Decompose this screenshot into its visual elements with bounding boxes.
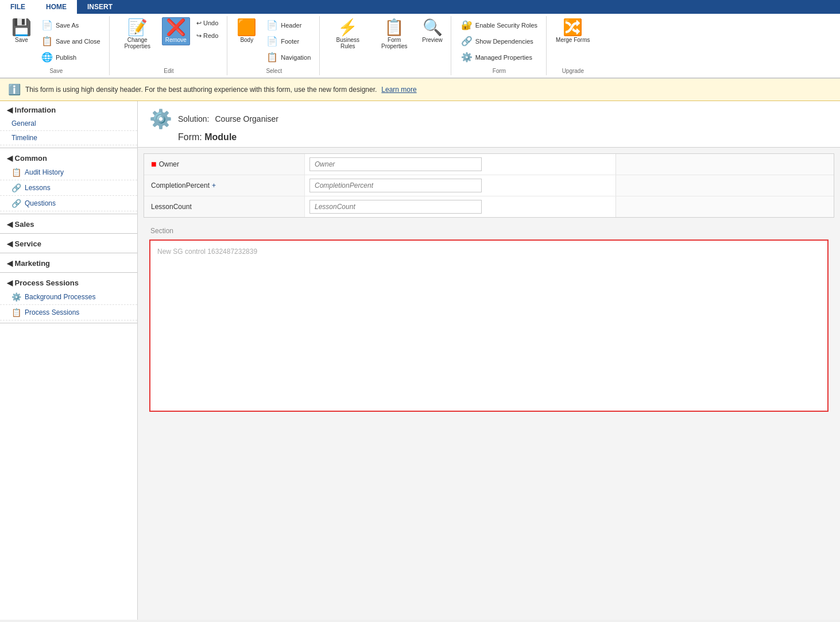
table-row: CompletionPercent + xyxy=(144,175,834,196)
completion-required-plus: + xyxy=(212,181,216,190)
sidebar: ◀ Information General Timeline ◀ Common … xyxy=(0,101,138,620)
managed-properties-button[interactable]: ⚙️ Managed Properties xyxy=(457,49,541,65)
form-properties-button[interactable]: 📋 Form Properties xyxy=(372,17,416,52)
form-properties-label: Form Properties xyxy=(376,37,413,49)
publish-button[interactable]: 🌐 Publish xyxy=(37,49,104,65)
navigation-button[interactable]: 📋 Navigation xyxy=(262,49,315,65)
lesson-count-label: LessonCount xyxy=(144,196,305,217)
info-icon: ℹ️ xyxy=(8,83,21,96)
merge-forms-icon: 🔀 xyxy=(563,20,583,36)
process-sessions-label: Process Sessions xyxy=(25,308,79,316)
remove-button[interactable]: ❌ Remove xyxy=(162,17,190,45)
save-as-label: Save As xyxy=(56,22,79,29)
group-form: 🔐 Enable Security Roles 🔗 Show Dependenc… xyxy=(452,16,547,75)
footer-button[interactable]: 📄 Footer xyxy=(262,33,315,49)
form-col: 🔐 Enable Security Roles 🔗 Show Dependenc… xyxy=(457,17,541,65)
publish-label: Publish xyxy=(56,54,76,61)
save-col: 📄 Save As 📋 Save and Close 🌐 Publish xyxy=(37,17,104,65)
change-properties-label: Change Properties xyxy=(119,37,156,49)
show-dependencies-button[interactable]: 🔗 Show Dependencies xyxy=(457,33,541,49)
section-header-marketing: ◀ Marketing xyxy=(0,254,137,270)
enable-security-icon: 🔐 xyxy=(461,20,473,30)
sidebar-item-process-sessions[interactable]: 📋 Process Sessions xyxy=(0,305,137,320)
lessons-icon: 🔗 xyxy=(11,183,21,192)
header-button[interactable]: 📄 Header xyxy=(262,17,315,33)
enable-security-label: Enable Security Roles xyxy=(475,22,537,29)
form-name: Module xyxy=(204,132,237,142)
change-properties-button[interactable]: 📝 Change Properties xyxy=(115,17,160,52)
merge-forms-button[interactable]: 🔀 Merge Forms xyxy=(552,17,593,45)
form-header: ⚙️ Solution: Course Organiser Form: Modu… xyxy=(138,101,840,148)
group-select-items: 🟧 Body 📄 Header 📄 Footer 📋 Navigation xyxy=(233,17,315,65)
completion-input[interactable] xyxy=(309,179,482,192)
save-close-label: Save and Close xyxy=(56,38,100,45)
questions-icon: 🔗 xyxy=(11,199,21,208)
save-as-icon: 📄 xyxy=(41,20,53,30)
body-button[interactable]: 🟧 Body xyxy=(233,17,260,45)
sidebar-item-lessons[interactable]: 🔗 Lessons xyxy=(0,180,137,196)
process-sessions-icon: 📋 xyxy=(11,308,21,317)
owner-input[interactable] xyxy=(309,157,482,171)
lessons-label: Lessons xyxy=(25,184,51,192)
header-icon: 📄 xyxy=(266,20,278,30)
tab-home[interactable]: HOME xyxy=(36,0,77,14)
sidebar-item-general[interactable]: General xyxy=(0,117,137,131)
group-upgrade: 🔀 Merge Forms Upgrade xyxy=(548,16,598,75)
business-rules-icon: ⚡ xyxy=(338,20,358,36)
preview-icon: 🔍 xyxy=(423,20,443,36)
enable-security-button[interactable]: 🔐 Enable Security Roles xyxy=(457,17,541,33)
save-label: Save xyxy=(15,37,28,43)
tab-insert[interactable]: INSERT xyxy=(77,0,123,14)
section-header-information: ◀ Information xyxy=(0,101,137,117)
group-rules: ⚡ Business Rules 📋 Form Properties 🔍 Pre… xyxy=(321,16,451,75)
sidebar-section-process-sessions: ◀ Process Sessions ⚙️ Background Process… xyxy=(0,274,137,323)
lesson-count-extra xyxy=(616,196,834,217)
footer-icon: 📄 xyxy=(266,36,278,47)
sidebar-section-marketing: ◀ Marketing xyxy=(0,254,137,273)
sg-placeholder-text: New SG control 1632487232839 xyxy=(157,248,257,256)
sidebar-item-questions[interactable]: 🔗 Questions xyxy=(0,196,137,211)
solution-line: ⚙️ Solution: Course Organiser xyxy=(149,108,829,130)
owner-field xyxy=(305,154,616,175)
owner-required-dot: ■ xyxy=(151,159,157,169)
table-row: LessonCount xyxy=(144,196,834,217)
save-close-button[interactable]: 📋 Save and Close xyxy=(37,33,104,49)
preview-button[interactable]: 🔍 Preview xyxy=(419,17,446,45)
save-close-icon: 📋 xyxy=(41,36,53,47)
sidebar-item-background-processes[interactable]: ⚙️ Background Processes xyxy=(0,289,137,305)
form-title-line: Form: Module xyxy=(149,132,829,142)
save-button[interactable]: 💾 Save xyxy=(8,17,35,45)
group-upgrade-label: Upgrade xyxy=(562,67,584,74)
undo-label: ↩ Undo xyxy=(196,20,218,27)
group-edit-items: 📝 Change Properties ❌ Remove ↩ Undo ↪ Re… xyxy=(115,17,223,65)
section-header-common: ◀ Common xyxy=(0,149,137,165)
solution-label: Solution: xyxy=(178,114,209,123)
undo-button[interactable]: ↩ Undo xyxy=(192,17,222,29)
section-header-service: ◀ Service xyxy=(0,235,137,250)
save-as-button[interactable]: 📄 Save As xyxy=(37,17,104,33)
group-form-label: Form xyxy=(493,67,506,74)
ribbon-body: 💾 Save 📄 Save As 📋 Save and Close 🌐 Publ… xyxy=(0,14,840,78)
ribbon-tab-bar: FILE HOME INSERT xyxy=(0,0,840,14)
sidebar-item-timeline[interactable]: Timeline xyxy=(0,131,137,145)
sg-control-area[interactable]: New SG control 1632487232839 xyxy=(149,239,829,412)
business-rules-label: Business Rules xyxy=(329,37,366,49)
tab-file[interactable]: FILE xyxy=(0,0,36,14)
remove-label: Remove xyxy=(165,37,187,43)
sidebar-section-sales: ◀ Sales xyxy=(0,215,137,234)
sidebar-item-audit-history[interactable]: 📋 Audit History xyxy=(0,165,137,180)
body-icon: 🟧 xyxy=(237,20,257,36)
undo-redo-col: ↩ Undo ↪ Redo xyxy=(192,17,222,42)
business-rules-button[interactable]: ⚡ Business Rules xyxy=(326,17,370,52)
background-processes-icon: ⚙️ xyxy=(11,292,21,302)
group-form-items: 🔐 Enable Security Roles 🔗 Show Dependenc… xyxy=(457,17,541,65)
redo-button[interactable]: ↪ Redo xyxy=(192,30,222,42)
change-properties-icon: 📝 xyxy=(127,20,148,36)
footer-label: Footer xyxy=(281,38,299,45)
publish-icon: 🌐 xyxy=(41,52,53,63)
audit-history-icon: 📋 xyxy=(11,168,21,177)
lesson-count-input[interactable] xyxy=(309,200,482,214)
form-label: Form: xyxy=(178,132,202,142)
learn-more-link[interactable]: Learn more xyxy=(381,86,416,94)
remove-icon: ❌ xyxy=(166,20,186,36)
